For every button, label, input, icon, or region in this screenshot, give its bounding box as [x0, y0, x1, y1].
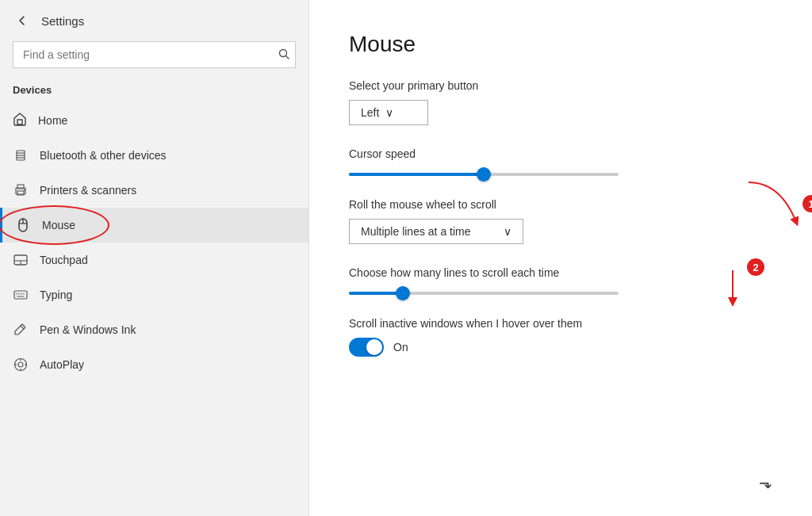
sidebar-item-pen-label: Pen & Windows Ink: [40, 323, 136, 336]
cursor-speed-fill: [349, 173, 484, 176]
scroll-wheel-value: Multiple lines at a time: [361, 225, 471, 238]
devices-section-label: Devices: [0, 78, 308, 102]
primary-button-label: Select your primary button: [349, 79, 772, 92]
page-title: Mouse: [349, 32, 772, 57]
toggle-container: On: [349, 338, 772, 357]
scroll-inactive-section: Scroll inactive windows when I hover ove…: [349, 317, 772, 357]
sidebar-header: Settings: [0, 0, 308, 41]
sidebar-item-printers-label: Printers & scanners: [40, 184, 136, 197]
sidebar-item-home[interactable]: Home: [0, 102, 308, 138]
pen-icon: [13, 322, 29, 338]
svg-rect-2: [17, 120, 22, 124]
search-icon: [278, 48, 289, 59]
toggle-knob: [366, 339, 382, 355]
svg-rect-17: [14, 291, 27, 299]
home-icon: [13, 112, 27, 128]
cursor-indicator: ⬎: [759, 473, 772, 492]
sidebar-item-autoplay-label: AutoPlay: [40, 358, 84, 371]
annotation-badge-1: 1: [802, 195, 812, 212]
touchpad-icon: [13, 252, 29, 268]
cursor-speed-slider[interactable]: [349, 173, 619, 176]
sidebar-item-bluetooth-label: Bluetooth & other devices: [40, 149, 167, 162]
main-content: Mouse Select your primary button Left ∨ …: [309, 0, 812, 516]
cursor-speed-track: [349, 173, 619, 176]
cursor-speed-section: Cursor speed: [349, 147, 772, 176]
sidebar-item-mouse-label: Mouse: [42, 219, 75, 231]
printer-icon: [13, 182, 29, 198]
back-icon: [16, 14, 29, 27]
scroll-wheel-label: Roll the mouse wheel to scroll: [349, 198, 772, 211]
scroll-wheel-arrow: ∨: [504, 225, 511, 238]
svg-line-23: [21, 326, 24, 329]
primary-button-section: Select your primary button Left ∨: [349, 79, 772, 125]
svg-point-10: [24, 189, 25, 191]
scroll-wheel-section: Roll the mouse wheel to scroll Multiple …: [349, 198, 772, 244]
bluetooth-icon: [13, 147, 29, 163]
search-icon-button[interactable]: [278, 48, 289, 62]
svg-line-1: [286, 55, 289, 59]
sidebar-item-autoplay[interactable]: AutoPlay: [0, 347, 308, 382]
scroll-wheel-dropdown[interactable]: Multiple lines at a time ∨: [349, 219, 523, 244]
scroll-lines-thumb[interactable]: [396, 286, 410, 300]
keyboard-icon: [13, 287, 29, 303]
sidebar-item-mouse[interactable]: Mouse: [0, 208, 308, 243]
annotation-badge-2: 2: [747, 258, 764, 276]
sidebar-item-pen[interactable]: Pen & Windows Ink: [0, 312, 308, 347]
cursor-speed-thumb[interactable]: [477, 167, 491, 182]
sidebar-item-touchpad[interactable]: Touchpad: [0, 243, 308, 277]
sidebar-item-typing-label: Typing: [40, 289, 72, 301]
sidebar-item-touchpad-label: Touchpad: [40, 254, 88, 266]
scroll-lines-slider[interactable]: [349, 292, 619, 295]
sidebar-title: Settings: [41, 14, 84, 28]
scroll-lines-fill: [349, 292, 403, 295]
scroll-lines-track: [349, 292, 619, 295]
sidebar-item-bluetooth[interactable]: Bluetooth & other devices: [0, 138, 308, 173]
primary-button-arrow: ∨: [385, 106, 393, 119]
autoplay-icon: [13, 357, 29, 373]
sidebar-item-typing[interactable]: Typing: [0, 277, 308, 312]
home-label: Home: [38, 114, 67, 127]
cursor-speed-label: Cursor speed: [349, 147, 772, 160]
search-input[interactable]: [13, 41, 296, 68]
scroll-lines-section: Choose how many lines to scroll each tim…: [349, 266, 772, 295]
scroll-inactive-label: Scroll inactive windows when I hover ove…: [349, 317, 772, 330]
mouse-icon: [15, 217, 31, 233]
scroll-inactive-toggle-label: On: [393, 341, 408, 354]
sidebar: Settings Devices Home: [0, 0, 309, 516]
sidebar-item-printers[interactable]: Printers & scanners: [0, 173, 308, 208]
svg-point-25: [18, 362, 23, 367]
scroll-lines-label: Choose how many lines to scroll each tim…: [349, 266, 772, 279]
scroll-inactive-toggle[interactable]: [349, 338, 384, 357]
search-box: [13, 41, 296, 68]
primary-button-dropdown[interactable]: Left ∨: [349, 100, 428, 125]
back-button[interactable]: [13, 11, 32, 30]
primary-button-value: Left: [361, 106, 379, 119]
